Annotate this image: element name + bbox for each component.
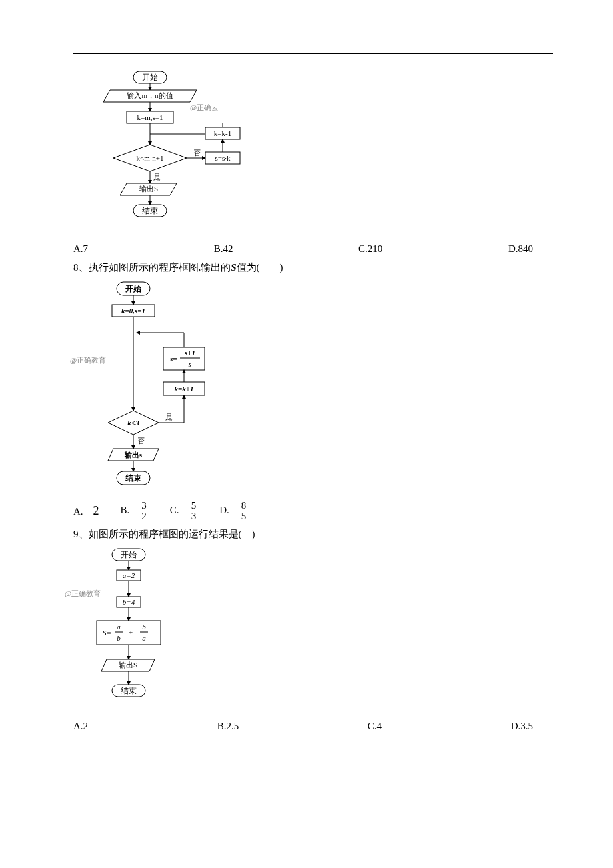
fc-cond: k<m-n+1: [136, 154, 163, 162]
fc-init: k=0,s=1: [121, 307, 145, 315]
fc-f2n: b: [142, 623, 146, 631]
q8-watermark: @正确教育: [70, 355, 106, 365]
q8-flowchart: @正确教育 开始 k=0,s=1 s= s+1 s k=k+1 k<3 是: [73, 277, 553, 498]
fc-f2d: a: [142, 634, 146, 642]
fc-end: 结束: [125, 473, 141, 483]
fc-cond: k<3: [127, 419, 139, 427]
q7-opt-b[interactable]: B.42: [214, 243, 233, 255]
fc-out: 输出S: [139, 185, 158, 193]
fc-b: b=4: [123, 598, 135, 606]
fc-f1n: a: [117, 623, 121, 631]
q8-stem: 8、执行如图所示的程序框图,输出的S值为( ): [73, 257, 553, 277]
q8-opt-a[interactable]: A. 2: [73, 504, 99, 518]
q8-post: 值为( ): [237, 262, 283, 273]
fc-seq: S=: [103, 629, 111, 637]
top-rule: [73, 53, 553, 54]
q9-opt-c[interactable]: C.4: [368, 721, 382, 732]
fc-no: 否: [193, 149, 201, 157]
q9-opt-b[interactable]: B.2.5: [217, 721, 239, 732]
q7-opt-d[interactable]: D.840: [508, 243, 533, 255]
fc-yes: 是: [153, 173, 161, 181]
q9-opt-d[interactable]: D.3.5: [511, 721, 533, 732]
fc-out: 输出S: [119, 661, 137, 669]
fc-end: 结束: [121, 686, 137, 695]
fc-plus: +: [129, 628, 133, 636]
q9-opt-a[interactable]: A.2: [73, 721, 88, 732]
fc-upd1: s=s·k: [215, 154, 231, 162]
fc-upd1-pre: s=: [169, 355, 177, 363]
fc-input: 输入m，n的值: [127, 91, 173, 99]
fc-init: k=m,s=1: [137, 113, 163, 121]
fc-end: 结束: [142, 206, 158, 215]
q8-options: A. 2 B. 32 C. 53 D. 85: [73, 498, 553, 524]
q7-opt-c[interactable]: C.210: [358, 243, 382, 255]
fc-upd1-num: s+1: [184, 349, 195, 357]
q9-stem: 9、如图所示的程序框图的运行结果是( ): [73, 524, 553, 543]
q7-flowchart: @正确云 开始 输入m，n的值 k=m,s=1 k<m-n+1 否 s=s·k: [73, 66, 553, 241]
fc-out: 输出s: [124, 451, 143, 459]
q7-opt-a[interactable]: A.7: [73, 243, 88, 255]
q9-watermark: @正确教育: [65, 589, 101, 599]
fc-yes: 是: [165, 413, 173, 421]
fc-start: 开始: [121, 550, 137, 559]
page: @正确云 开始 输入m，n的值 k=m,s=1 k<m-n+1 否 s=s·k: [0, 0, 613, 868]
fc-start: 开始: [125, 284, 142, 293]
q9-flowchart: @正确教育 开始 a=2 b=4 S= a b + b a 输出S 结束: [73, 543, 553, 718]
fc-upd2: k=k-1: [214, 129, 231, 137]
q8-pre: 8、执行如图所示的程序框图,输出的: [73, 262, 231, 273]
fc-start: 开始: [142, 73, 158, 82]
q7-watermark: @正确云: [190, 103, 219, 113]
q7-options: A.7 B.42 C.210 D.840: [73, 241, 553, 257]
q8-var: S: [231, 262, 236, 273]
fc-a: a=2: [123, 571, 135, 579]
q9-options: A.2 B.2.5 C.4 D.3.5: [73, 718, 553, 735]
q8-opt-b[interactable]: B. 32: [121, 501, 149, 521]
fc-no: 否: [137, 437, 145, 445]
fc-upd2: k=k+1: [174, 385, 193, 393]
fc-f1d: b: [117, 634, 121, 642]
q8-opt-d[interactable]: D. 85: [219, 501, 248, 521]
q8-opt-c[interactable]: C. 53: [170, 501, 198, 521]
fc-upd1-den: s: [188, 360, 191, 368]
